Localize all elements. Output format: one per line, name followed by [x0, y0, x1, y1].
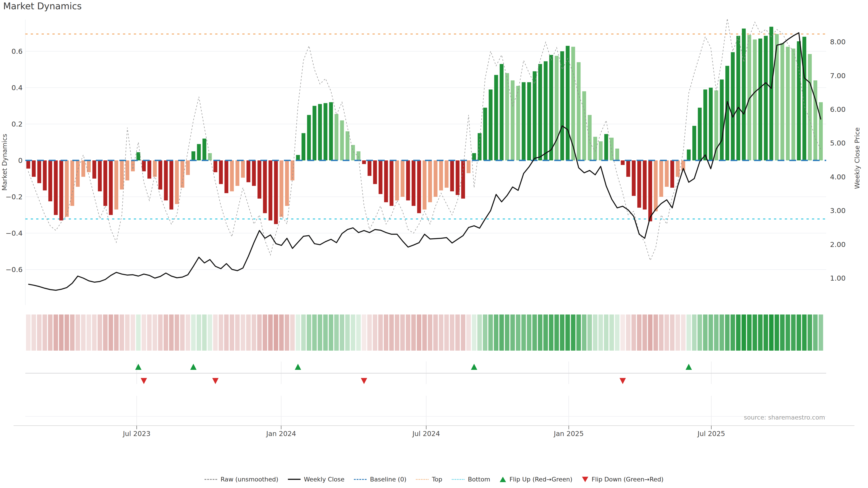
- svg-text:8.00: 8.00: [830, 38, 846, 46]
- svg-text:0.6: 0.6: [11, 47, 23, 55]
- chart-canvas: Jul 2023Jan 2024Jul 2024Jan 2025Jul 2025…: [0, 0, 868, 488]
- svg-text:Jul 2025: Jul 2025: [697, 430, 725, 437]
- legend-item: Top: [416, 476, 442, 483]
- legend-item: Weekly Close: [288, 476, 344, 483]
- svg-text:5.00: 5.00: [830, 139, 846, 147]
- svg-text:Jan 2025: Jan 2025: [553, 430, 584, 437]
- flip-down-icon: [582, 477, 588, 482]
- legend-item: Baseline (0): [354, 476, 406, 483]
- dashed-line-icon: [205, 479, 217, 480]
- svg-text:6.00: 6.00: [830, 105, 846, 113]
- legend-item: Flip Up (Red→Green): [500, 476, 572, 483]
- legend-item: Bottom: [452, 476, 490, 483]
- flip-up-icon: [500, 477, 506, 482]
- flip-up-markers: [135, 364, 692, 370]
- svg-text:0: 0: [18, 156, 23, 164]
- svg-text:Jul 2024: Jul 2024: [412, 430, 440, 437]
- legend-label: Flip Up (Red→Green): [509, 476, 572, 483]
- svg-text:Jul 2023: Jul 2023: [123, 430, 151, 437]
- solid-line-icon: [288, 479, 301, 480]
- svg-text:3.00: 3.00: [830, 206, 846, 215]
- dynamics-bars: [26, 27, 823, 224]
- svg-text:4.00: 4.00: [830, 173, 846, 181]
- raw-line: [28, 19, 821, 260]
- dashed-line-icon: [354, 479, 367, 480]
- svg-text:1.00: 1.00: [830, 274, 846, 282]
- svg-text:2.00: 2.00: [830, 240, 846, 249]
- legend-label: Raw (unsmoothed): [221, 476, 278, 483]
- legend-label: Top: [432, 476, 442, 483]
- chart-title: Market Dynamics: [3, 1, 82, 11]
- svg-text:0.2: 0.2: [11, 120, 23, 128]
- lower-pane-gridlines: [25, 361, 826, 426]
- heatmap-strip: [26, 315, 823, 351]
- chart-legend: Raw (unsmoothed)Weekly CloseBaseline (0)…: [205, 476, 664, 483]
- source-attribution: source: sharemaestro.com: [744, 414, 825, 421]
- svg-text:−0.4: −0.4: [6, 229, 23, 237]
- right-axis-title: Weekly Close Price: [853, 127, 861, 189]
- dotted-line-icon: [452, 479, 465, 480]
- svg-text:−0.6: −0.6: [6, 265, 23, 273]
- left-axis-title: Market Dynamics: [1, 134, 8, 191]
- svg-text:Jan 2024: Jan 2024: [266, 430, 296, 437]
- legend-label: Baseline (0): [370, 476, 406, 483]
- right-axis-ticks: 8.007.006.005.004.003.002.001.00: [830, 38, 846, 282]
- x-axis-ticks: Jul 2023Jan 2024Jul 2024Jan 2025Jul 2025: [123, 426, 725, 437]
- market-dynamics-chart: Jul 2023Jan 2024Jul 2024Jan 2025Jul 2025…: [0, 0, 868, 488]
- legend-label: Bottom: [468, 476, 490, 483]
- legend-item: Flip Down (Green→Red): [582, 476, 663, 483]
- legend-label: Flip Down (Green→Red): [592, 476, 663, 483]
- svg-text:7.00: 7.00: [830, 72, 846, 80]
- dotted-line-icon: [416, 479, 429, 480]
- flip-down-markers: [141, 378, 626, 384]
- legend-label: Weekly Close: [304, 476, 344, 483]
- svg-text:−0.2: −0.2: [6, 193, 23, 201]
- svg-text:0.4: 0.4: [11, 84, 23, 92]
- legend-item: Raw (unsmoothed): [205, 476, 278, 483]
